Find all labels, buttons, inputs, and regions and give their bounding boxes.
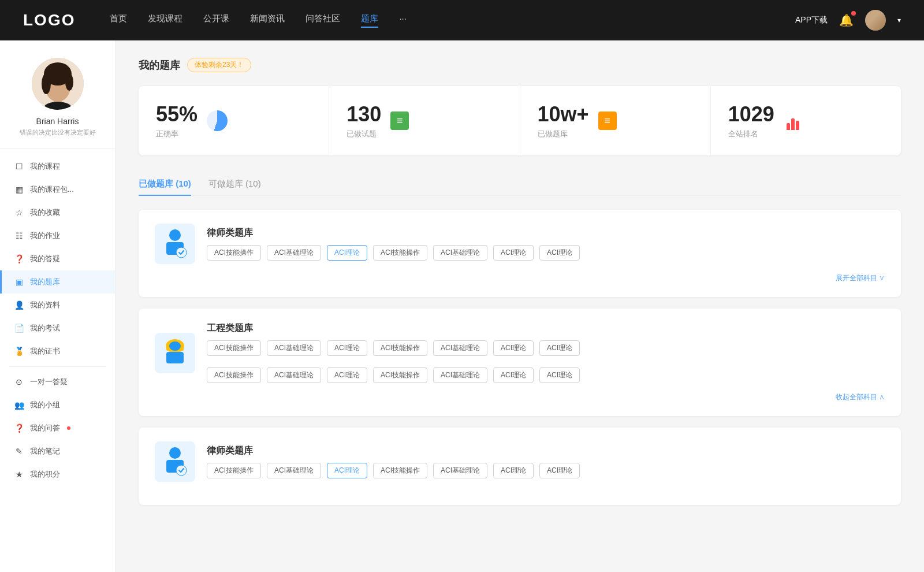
tag-2-0-3[interactable]: ACI技能操作 — [373, 340, 427, 356]
nav-more[interactable]: ··· — [399, 13, 407, 28]
qbank-tags-1: ACI技能操作 ACI基础理论 ACI理论 ACI技能操作 ACI基础理论 AC… — [207, 245, 580, 261]
tag-1-6[interactable]: ACI理论 — [539, 245, 580, 261]
nav-open-course[interactable]: 公开课 — [203, 13, 229, 28]
sidebar-item-group[interactable]: 👥 我的小组 — [0, 393, 115, 417]
logo: LOGO — [23, 11, 75, 29]
user-name: Brian Harris — [9, 117, 106, 126]
nav-news[interactable]: 新闻资讯 — [250, 13, 285, 28]
collapse-link-2[interactable]: 收起全部科目 ∧ — [155, 392, 885, 402]
tab-available-banks[interactable]: 可做题库 (10) — [208, 173, 261, 195]
ranking-wrap: 1029 全站排名 — [728, 102, 774, 139]
sidebar-item-questions[interactable]: ❓ 我的问答 — [0, 417, 115, 440]
sidebar-item-my-course[interactable]: ☐ 我的课程 — [0, 155, 115, 178]
tag-1-2[interactable]: ACI理论 — [327, 245, 367, 261]
nav-qa[interactable]: 问答社区 — [305, 13, 340, 28]
sidebar-profile: Brian Harris 错误的决定比没有决定要好 — [0, 58, 115, 149]
tag-2-1-4[interactable]: ACI基础理论 — [433, 367, 487, 383]
tag-2-1-5[interactable]: ACI理论 — [493, 367, 534, 383]
tag-2-0-0[interactable]: ACI技能操作 — [207, 340, 261, 356]
sidebar-label-my-course: 我的课程 — [30, 161, 60, 172]
tag-2-1-1[interactable]: ACI基础理论 — [267, 367, 321, 383]
tag-2-1-0[interactable]: ACI技能操作 — [207, 367, 261, 383]
tag-3-1[interactable]: ACI基础理论 — [267, 463, 321, 478]
qbank-title-2: 工程类题库 — [207, 322, 885, 335]
tag-2-1-3[interactable]: ACI技能操作 — [373, 367, 427, 383]
sidebar-item-favorites[interactable]: ☆ 我的收藏 — [0, 201, 115, 224]
sidebar-item-tutor[interactable]: ⊙ 一对一答疑 — [0, 370, 115, 393]
sidebar-item-points[interactable]: ★ 我的积分 — [0, 463, 115, 486]
tutor-icon: ⊙ — [14, 377, 24, 387]
favorites-icon: ☆ — [14, 208, 24, 217]
my-qa-icon: ❓ — [14, 254, 24, 263]
svg-point-9 — [176, 247, 187, 258]
tag-3-6[interactable]: ACI理论 — [539, 463, 580, 478]
sidebar-label-notes: 我的笔记 — [30, 446, 60, 456]
navbar: LOGO 首页 发现课程 公开课 新闻资讯 问答社区 题库 ··· APP下载 … — [0, 0, 924, 40]
tag-3-2[interactable]: ACI理论 — [327, 463, 367, 478]
user-avatar[interactable] — [865, 10, 886, 31]
tag-2-1-6[interactable]: ACI理论 — [539, 367, 580, 383]
stats-row: 55% 正确率 130 已做试题 ≡ 10w+ 已做题库 ≡ — [139, 86, 901, 155]
svg-point-7 — [169, 229, 181, 241]
qbank-card-engineer: 工程类题库 ACI技能操作 ACI基础理论 ACI理论 ACI技能操作 ACI基… — [139, 309, 901, 416]
user-menu-chevron[interactable]: ▾ — [897, 16, 901, 24]
qbank-tag-rows-2: ACI技能操作 ACI基础理论 ACI理论 ACI技能操作 ACI基础理论 AC… — [207, 335, 885, 383]
points-icon: ★ — [14, 470, 24, 479]
app-download[interactable]: APP下载 — [795, 15, 828, 25]
tag-1-3[interactable]: ACI技能操作 — [373, 245, 427, 261]
qbank-card-lawyer-2: 律师类题库 ACI技能操作 ACI基础理论 ACI理论 ACI技能操作 ACI基… — [139, 428, 901, 505]
qbank-icon-1 — [155, 224, 195, 264]
sidebar-item-my-qa[interactable]: ❓ 我的答疑 — [0, 247, 115, 270]
sidebar-item-materials[interactable]: 👤 我的资料 — [0, 294, 115, 317]
course-package-icon: ▦ — [14, 185, 24, 194]
sidebar-label-materials: 我的资料 — [30, 300, 60, 310]
questions-icon: ❓ — [14, 424, 24, 433]
sidebar-item-certificate[interactable]: 🏅 我的证书 — [0, 340, 115, 363]
sidebar-item-exam[interactable]: 📄 我的考试 — [0, 317, 115, 340]
sidebar-item-qbank[interactable]: ▣ 我的题库 — [0, 270, 115, 294]
tag-2-0-4[interactable]: ACI基础理论 — [433, 340, 487, 356]
accuracy-value-wrap: 55% 正确率 — [156, 102, 198, 139]
trial-badge[interactable]: 体验剩余23天！ — [187, 58, 251, 72]
tab-done-banks[interactable]: 已做题库 (10) — [139, 173, 191, 195]
tag-2-0-1[interactable]: ACI基础理论 — [267, 340, 321, 356]
tag-3-4[interactable]: ACI基础理论 — [433, 463, 487, 478]
done-banks-value: 10w+ — [538, 102, 589, 127]
tag-1-4[interactable]: ACI基础理论 — [433, 245, 487, 261]
nav-home[interactable]: 首页 — [110, 13, 127, 28]
qbank-card-header-1: 律师类题库 ACI技能操作 ACI基础理论 ACI理论 ACI技能操作 ACI基… — [155, 224, 885, 264]
tabs-row: 已做题库 (10) 可做题库 (10) — [139, 173, 901, 196]
qbank-info-3: 律师类题库 ACI技能操作 ACI基础理论 ACI理论 ACI技能操作 ACI基… — [207, 445, 580, 478]
nav-menu: 首页 发现课程 公开课 新闻资讯 问答社区 题库 ··· — [110, 13, 795, 28]
sidebar-label-my-qa: 我的答疑 — [30, 254, 60, 264]
expand-link-1[interactable]: 展开全部科目 ∨ — [155, 273, 885, 283]
tag-2-0-2[interactable]: ACI理论 — [327, 340, 367, 356]
nav-discover[interactable]: 发现课程 — [148, 13, 182, 28]
page-title: 我的题库 — [139, 58, 180, 72]
tag-2-0-5[interactable]: ACI理论 — [493, 340, 534, 356]
tag-1-0[interactable]: ACI技能操作 — [207, 245, 261, 261]
tag-3-5[interactable]: ACI理论 — [493, 463, 534, 478]
sidebar-label-exam: 我的考试 — [30, 323, 60, 333]
tag-3-0[interactable]: ACI技能操作 — [207, 463, 261, 478]
bar3 — [796, 121, 799, 130]
done-banks-label: 已做题库 — [538, 129, 589, 139]
tag-2-1-2[interactable]: ACI理论 — [327, 367, 367, 383]
qbank-title-3: 律师类题库 — [207, 445, 580, 457]
done-questions-value: 130 — [346, 102, 381, 127]
notification-bell[interactable]: 🔔 — [839, 13, 854, 27]
sidebar-item-homework[interactable]: ☷ 我的作业 — [0, 224, 115, 247]
done-questions-icon: ≡ — [390, 112, 409, 130]
ranking-value: 1029 — [728, 102, 774, 127]
bar1 — [787, 123, 790, 130]
tag-1-5[interactable]: ACI理论 — [493, 245, 534, 261]
tag-1-1[interactable]: ACI基础理论 — [267, 245, 321, 261]
nav-qbank[interactable]: 题库 — [361, 13, 378, 28]
tag-3-3[interactable]: ACI技能操作 — [373, 463, 427, 478]
svg-point-4 — [65, 73, 73, 91]
sidebar-item-notes[interactable]: ✎ 我的笔记 — [0, 440, 115, 463]
sidebar-avatar — [32, 58, 84, 110]
sidebar-item-course-package[interactable]: ▦ 我的课程包... — [0, 178, 115, 201]
tag-2-0-6[interactable]: ACI理论 — [539, 340, 580, 356]
done-banks-wrap: 10w+ 已做题库 — [538, 102, 589, 139]
